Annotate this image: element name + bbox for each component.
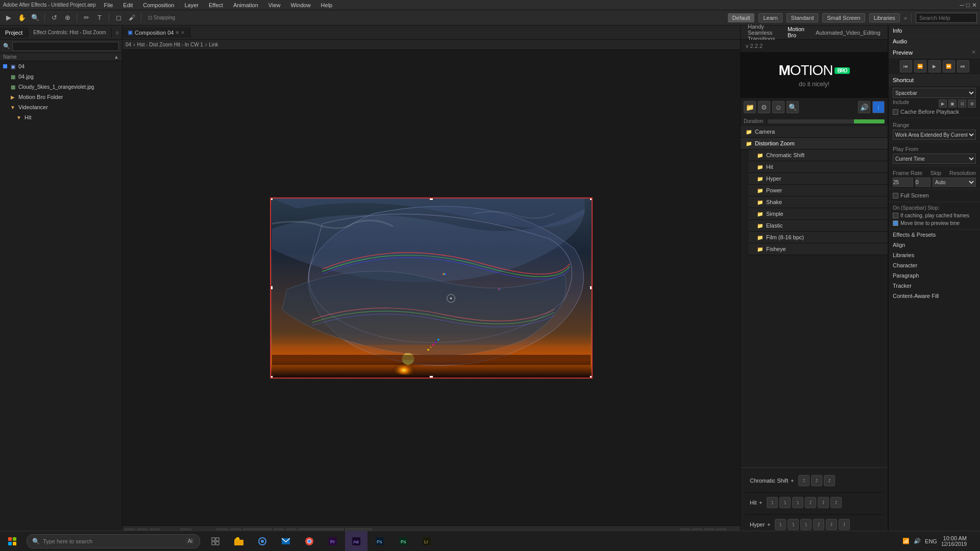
mb-tab-automated[interactable]: Automated_Video_Editing [812,28,885,38]
preview-next-frame[interactable]: ⏩ [943,60,955,72]
rp-character[interactable]: Character [889,260,980,270]
taskbar-file-explorer[interactable] [228,531,250,552]
rp-tracker[interactable]: Tracker [889,281,980,291]
mb-subcat-hyper[interactable]: 📁 Hyper [749,173,888,185]
hyper-in-1[interactable]: ⤵ [775,519,786,530]
taskbar-lang[interactable]: ENG [925,538,937,544]
playfrom-select[interactable]: Current Time [893,154,976,164]
rp-effects-presets[interactable]: Effects & Presets [889,230,980,240]
mb-btn-settings[interactable]: ⚙ [758,101,770,113]
rp-align[interactable]: Align [889,240,980,250]
preview-first-frame[interactable]: ⏮ [900,60,912,72]
breadcrumb-item2[interactable]: Hst - Dist Zoom Hit - In CW 1 [137,42,203,47]
mb-btn-info[interactable]: i [872,101,885,113]
file-item-motion-bro-folder[interactable]: ▶ Motion Bro Folder [0,92,122,102]
include-btn-1[interactable]: ▶ [939,99,947,108]
mb-cat-distortion[interactable]: 📁 Distortion Zoom 📁 Chromatic Shift 📁 Hi… [741,138,888,255]
include-btn-2[interactable]: ▣ [948,99,957,108]
menu-item-composition[interactable]: Composition [141,2,176,9]
hyper-star[interactable]: ✦ [767,522,771,528]
mb-btn-folder[interactable]: 📁 [744,101,756,113]
panel-menu-btn[interactable]: ≡ [113,30,122,36]
mb-subcat-chromatic[interactable]: 📁 Chromatic Shift [749,149,888,161]
tool-zoom[interactable]: 🔍 [30,12,41,23]
mb-subcat-fisheye[interactable]: 📁 Fisheye [749,243,888,255]
taskbar-ae[interactable]: Ae [345,531,368,552]
hyper-in-2[interactable]: ⤵ [788,519,799,530]
tool-rotate[interactable]: ↺ [48,12,60,23]
menu-item-file[interactable]: File [102,2,115,9]
include-btn-4[interactable]: ⊞ [968,99,976,108]
menu-item-animation[interactable]: Animation [231,2,260,9]
menu-item-help[interactable]: Help [319,2,335,9]
mb-cat-camera[interactable]: 📁 Camera [741,126,888,138]
tool-pen[interactable]: ✏ [81,12,92,23]
breadcrumb-item1[interactable]: 04 [126,42,131,47]
mb-btn-audio[interactable]: 🔊 [858,101,870,113]
taskbar-chrome[interactable] [298,531,321,552]
comp-tab-menu[interactable]: ≡ [176,30,179,35]
comp-tab-04[interactable]: ▣ Composition 04 ≡ ✕ [122,27,190,38]
hit-out-3[interactable]: ⤴ [830,497,842,508]
workspace-libraries[interactable]: Libraries [869,13,900,22]
mb-subcat-hit[interactable]: 📁 Hit [749,161,888,173]
windows-start-btn[interactable] [0,531,24,552]
skip-input[interactable] [915,178,930,187]
workspace-standard[interactable]: Standard [787,13,819,22]
taskbar-search-box[interactable]: 🔍 Type here to search Ai [27,534,200,548]
mb-btn-search[interactable]: 🔍 [787,101,799,113]
taskbar-task-view[interactable] [204,531,227,552]
range-select[interactable]: Work Area Extended By Current... [893,130,976,140]
cache-checkbox[interactable] [893,109,898,115]
handle-top-right[interactable] [590,197,593,201]
chromatic-out-3[interactable]: ⤴ [824,475,835,486]
mb-cat-distortion-header[interactable]: 📁 Distortion Zoom [741,138,888,149]
tab-project[interactable]: Project [0,28,28,38]
breadcrumb-item3[interactable]: Link [209,42,218,47]
search-help-input[interactable] [916,13,977,23]
tool-shape[interactable]: ◻ [113,12,124,23]
tool-select[interactable]: ▶ [3,12,14,23]
comp-tab-close[interactable]: ✕ [181,30,185,35]
workspace-more[interactable]: » [904,15,907,21]
hyper-in-3[interactable]: ⤵ [800,519,812,530]
project-search-input[interactable] [12,42,119,51]
workspace-small-screen[interactable]: Small Screen [822,13,865,22]
taskbar-mail[interactable] [275,531,297,552]
taskbar-premiere[interactable]: Pr [322,531,344,552]
preview-play[interactable]: ▶ [928,60,941,72]
mb-subcat-film[interactable]: 📁 Film (8-16 bpc) [749,232,888,243]
menu-item-effect[interactable]: Effect [207,2,225,9]
taskbar-photoshop[interactable]: Ps [369,531,391,552]
rp-libraries[interactable]: Libraries [889,250,980,260]
rp-content-aware[interactable]: Content-Aware Fill [889,291,980,301]
handle-bot-right[interactable] [590,375,593,379]
chromatic-out-1[interactable]: ⤴ [798,475,810,486]
file-item-videolancer[interactable]: ▼ Videolancer [0,102,122,112]
taskbar-show-desktop[interactable] [971,531,975,552]
hit-in-2[interactable]: ⤵ [779,497,791,508]
chromatic-out-2[interactable]: ⤴ [811,475,822,486]
taskbar-ps2[interactable]: Ps [392,531,414,552]
menu-item-edit[interactable]: Edit [121,2,135,9]
hit-out-1[interactable]: ⤴ [805,497,816,508]
move-time-checkbox[interactable] [893,220,898,226]
fullscreen-checkbox[interactable] [893,193,898,198]
rp-preview-collapse[interactable]: ✕ [971,49,976,56]
hit-star[interactable]: ✦ [758,500,763,506]
hyper-out-1[interactable]: ⤴ [813,519,824,530]
mb-tab-motion-bro[interactable]: Motion Bro [783,24,808,41]
hyper-out-2[interactable]: ⤴ [826,519,837,530]
hit-out-2[interactable]: ⤴ [818,497,829,508]
file-item-hit[interactable]: ▼ Hit [0,112,122,122]
menu-item-view[interactable]: View [266,2,283,9]
taskbar-browser[interactable] [251,531,274,552]
tool-text[interactable]: T [94,12,105,23]
tool-unified[interactable]: ⊕ [62,12,73,23]
preview-prev-frame[interactable]: ⏪ [914,60,926,72]
file-item-04jpg[interactable]: ▦ 04.jpg [0,71,122,82]
handle-bot-mid[interactable] [429,375,433,379]
file-item-cloudy[interactable]: ▦ Cloudy_Skies_1_orangeviolet.jpg [0,82,122,92]
preview-last-frame[interactable]: ⏭ [957,60,969,72]
chromatic-star[interactable]: ✦ [790,478,794,484]
